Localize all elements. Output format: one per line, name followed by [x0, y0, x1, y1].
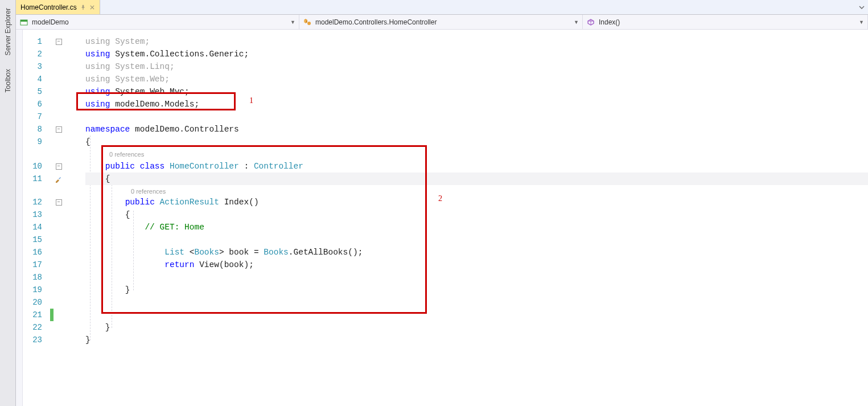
- change-indicator: [50, 48, 54, 60]
- quick-actions-icon[interactable]: [55, 175, 63, 187]
- fold-toggle[interactable]: −: [54, 126, 64, 133]
- nav-class-label: modelDemo.Controllers.HomeController: [315, 18, 570, 26]
- line-number: 7: [23, 110, 50, 123]
- gutter-row: 17: [23, 259, 85, 271]
- code-line: using System.Collections.Generic;: [85, 48, 868, 60]
- minus-icon: −: [56, 39, 62, 45]
- codelens-class[interactable]: 0 references: [109, 148, 144, 161]
- change-indicator: [50, 334, 54, 346]
- change-indicator: [50, 110, 54, 123]
- change-indicator: [50, 246, 54, 259]
- change-indicator: [50, 221, 54, 233]
- fold-toggle[interactable]: −: [54, 163, 64, 170]
- code-line: public class HomeController : Controller: [85, 160, 868, 173]
- code-line: // GET: Home: [85, 221, 868, 233]
- change-indicator: [50, 309, 54, 321]
- line-number: 1: [23, 35, 50, 48]
- change-indicator: [50, 321, 54, 334]
- line-number: 16: [23, 246, 50, 259]
- gutter-row: 18: [23, 271, 85, 284]
- code-line: }: [85, 284, 868, 296]
- line-number: 18: [23, 271, 50, 284]
- gutter-row: 3: [23, 60, 85, 73]
- line-number: 2: [23, 48, 50, 60]
- line-number: 21: [23, 309, 50, 321]
- gutter-row: 8−: [23, 123, 85, 136]
- line-number: 10: [23, 160, 50, 173]
- line-number: 4: [23, 73, 50, 85]
- fold-toggle[interactable]: −: [54, 199, 64, 206]
- change-indicator: [50, 85, 54, 98]
- code-area[interactable]: using System; using System.Collections.G…: [85, 30, 868, 406]
- code-line: using System.Web;: [85, 73, 868, 85]
- toolbox-tab[interactable]: Toolbox: [2, 63, 14, 98]
- line-number: 13: [23, 208, 50, 221]
- line-number: 23: [23, 334, 50, 346]
- code-line: List <Books> book = Books.GetAllBooks();: [85, 246, 868, 259]
- gutter-row: 12−: [23, 196, 85, 208]
- gutter-row: 19: [23, 284, 85, 296]
- gutter-row: 11: [23, 173, 85, 185]
- code-line: }: [85, 321, 868, 334]
- editor-margin: [16, 30, 23, 406]
- line-number: 15: [23, 233, 50, 246]
- line-number: 22: [23, 321, 50, 334]
- chevron-down-icon: ▼: [574, 19, 579, 25]
- change-indicator: [50, 60, 54, 73]
- code-line: using System;: [85, 35, 868, 48]
- code-line: {: [85, 136, 868, 148]
- line-number: 3: [23, 60, 50, 73]
- tab-overflow-chevron[interactable]: [855, 0, 868, 14]
- gutter-row: 16: [23, 246, 85, 259]
- code-line: public ActionResult Index(): [85, 196, 868, 208]
- gutter-row: 23: [23, 334, 85, 346]
- line-number: 20: [23, 296, 50, 309]
- pin-icon[interactable]: [80, 5, 86, 10]
- code-line: using System.Web.Mvc;: [85, 85, 868, 98]
- change-indicator: [50, 259, 54, 271]
- line-number: 5: [23, 85, 50, 98]
- code-line: }: [85, 334, 868, 346]
- code-line: using modelDemo.Models;: [85, 98, 868, 110]
- minus-icon: −: [56, 126, 62, 133]
- chevron-down-icon: [859, 5, 865, 10]
- chevron-down-icon: ▼: [859, 19, 864, 25]
- change-indicator: [50, 233, 54, 246]
- nav-project-dropdown[interactable]: modelDemo ▼: [16, 15, 299, 29]
- gutter-row: 1−: [23, 35, 85, 48]
- change-indicator: [50, 271, 54, 284]
- gutter-row: 10−: [23, 160, 85, 173]
- nav-member-dropdown[interactable]: Index() ▼: [583, 15, 868, 29]
- svg-point-2: [307, 22, 311, 25]
- change-indicator: [50, 208, 54, 221]
- line-number: 19: [23, 284, 50, 296]
- code-line: {: [85, 208, 868, 221]
- gutter-row: 21: [23, 309, 85, 321]
- document-tab-bar: HomeController.cs: [16, 0, 868, 15]
- gutter-row: 9: [23, 136, 85, 148]
- code-nav-bar: modelDemo ▼ modelDemo.Controllers.HomeCo…: [16, 15, 868, 30]
- nav-class-dropdown[interactable]: modelDemo.Controllers.HomeController ▼: [299, 15, 583, 29]
- line-number: 9: [23, 136, 50, 148]
- gutter-row: 6: [23, 98, 85, 110]
- gutter-row: 2: [23, 48, 85, 60]
- document-tab-title: HomeController.cs: [20, 3, 77, 11]
- change-indicator: [50, 98, 54, 110]
- document-tab-homecontroller[interactable]: HomeController.cs: [16, 0, 100, 14]
- minus-icon: −: [56, 163, 62, 170]
- change-indicator: [50, 284, 54, 296]
- gutter-row: 4: [23, 73, 85, 85]
- gutter-row: 13: [23, 208, 85, 221]
- server-explorer-tab[interactable]: Server Explorer: [2, 2, 14, 61]
- line-number: 12: [23, 196, 50, 208]
- gutter-row: 22: [23, 321, 85, 334]
- chevron-down-icon: ▼: [290, 19, 295, 25]
- close-icon[interactable]: [89, 5, 95, 10]
- code-editor[interactable]: 1−2345678−910−1112−131415161718192021222…: [16, 30, 868, 406]
- collapsed-panels-strip: Server Explorer Toolbox: [0, 0, 16, 406]
- method-icon: [586, 18, 595, 27]
- fold-toggle[interactable]: −: [54, 39, 64, 45]
- nav-project-label: modelDemo: [32, 18, 287, 26]
- line-number: 11: [23, 173, 50, 185]
- change-indicator: [50, 296, 54, 309]
